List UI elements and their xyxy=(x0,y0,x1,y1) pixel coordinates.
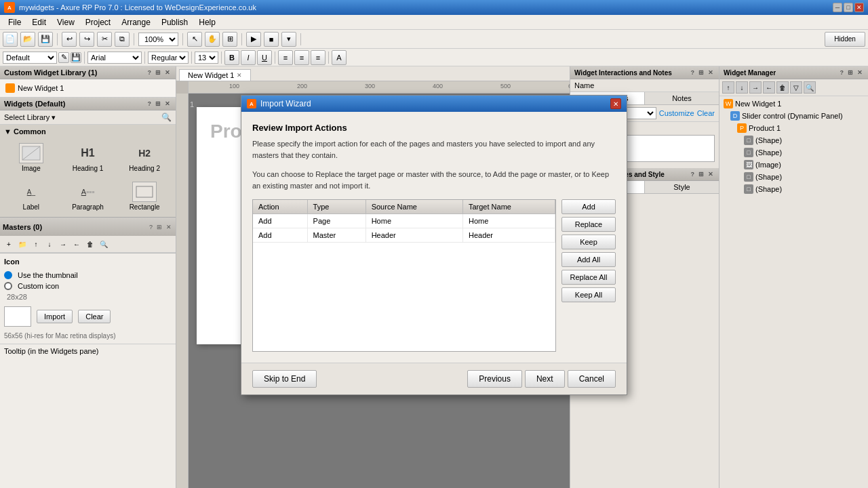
wm-item-image1[interactable]: 🖼 (Image) xyxy=(721,159,867,171)
menu-arrange[interactable]: Arrange xyxy=(116,16,156,28)
wp-help[interactable]: ? xyxy=(690,170,696,178)
redo-button[interactable]: ↪ xyxy=(79,32,94,47)
clear-link[interactable]: Clear xyxy=(697,109,715,117)
widget-h1[interactable]: H1 Heading 1 xyxy=(61,140,115,176)
wl-close-btn[interactable]: ✕ xyxy=(163,68,172,77)
customize-link[interactable]: Customize xyxy=(659,109,694,117)
select-library-label[interactable]: Select Library ▾ xyxy=(4,113,159,122)
widget-rectangle[interactable]: Rectangle xyxy=(117,178,172,214)
bold-btn[interactable]: B xyxy=(224,50,239,65)
masters-delete-btn[interactable]: 🗑 xyxy=(84,238,96,250)
crop-tool[interactable]: ⊞ xyxy=(222,32,237,47)
table-row-1[interactable]: Add Page Home Home xyxy=(253,214,555,228)
clear-button[interactable]: Clear xyxy=(78,310,111,323)
tab-style[interactable]: Style xyxy=(645,181,719,193)
cut-button[interactable]: ✂ xyxy=(97,32,112,47)
minimize-button[interactable]: ─ xyxy=(833,3,842,12)
style-btn2[interactable]: 💾 xyxy=(71,52,81,63)
tab-new-widget-1[interactable]: New Widget 1 ✕ xyxy=(179,69,251,81)
wm-btn3[interactable]: → xyxy=(749,81,762,94)
keep-all-button[interactable]: Keep All xyxy=(561,287,616,302)
select-tool[interactable]: ↖ xyxy=(187,32,202,47)
masters-search-btn[interactable]: 🔍 xyxy=(98,238,110,250)
wm-item-shape2[interactable]: □ (Shape) xyxy=(721,146,867,159)
wm-btn2[interactable]: ↓ xyxy=(736,81,748,94)
replace-all-button[interactable]: Replace All xyxy=(561,270,616,285)
next-button[interactable]: Next xyxy=(525,370,565,388)
wm-item-shape4[interactable]: □ (Shape) xyxy=(721,183,867,195)
wm-item-shape1[interactable]: □ (Shape) xyxy=(721,134,867,146)
menu-publish[interactable]: Publish xyxy=(156,16,193,28)
wl-help-btn[interactable]: ? xyxy=(146,68,153,77)
wp-expand-btn[interactable]: ⊞ xyxy=(154,100,162,108)
close-button[interactable]: ✕ xyxy=(854,3,864,12)
align-right-btn[interactable]: ≡ xyxy=(311,50,326,65)
font-size-dropdown[interactable]: 13 xyxy=(195,52,218,64)
wl-expand-btn[interactable]: ⊞ xyxy=(154,68,162,77)
wm-expand[interactable]: ⊞ xyxy=(846,68,854,77)
hand-tool[interactable]: ✋ xyxy=(205,32,220,47)
font-style-dropdown[interactable]: Regular xyxy=(148,52,189,64)
masters-folder-btn[interactable]: 📁 xyxy=(16,238,28,250)
widget-label[interactable]: A_ Label xyxy=(4,178,58,214)
menu-edit[interactable]: Edit xyxy=(26,16,52,28)
wm-btn4[interactable]: ← xyxy=(763,81,775,94)
stop-button[interactable]: ■ xyxy=(264,32,279,47)
masters-right-btn[interactable]: → xyxy=(57,238,69,250)
hidden-toggle[interactable]: Hidden xyxy=(825,32,865,47)
wm-item-new-widget1[interactable]: W New Widget 1 xyxy=(721,98,867,110)
tab-close-btn[interactable]: ✕ xyxy=(237,72,242,79)
masters-up-btn[interactable]: ↑ xyxy=(30,238,42,250)
copy-button[interactable]: ⧉ xyxy=(115,32,130,47)
ip-close[interactable]: ✕ xyxy=(707,68,715,77)
add-button[interactable]: Add xyxy=(561,199,616,214)
menu-help[interactable]: Help xyxy=(193,16,221,28)
save-button[interactable]: 💾 xyxy=(38,32,53,47)
keep-button[interactable]: Keep xyxy=(561,235,616,249)
wm-help[interactable]: ? xyxy=(839,68,846,77)
masters-down-btn[interactable]: ↓ xyxy=(43,238,56,250)
align-left-btn[interactable]: ≡ xyxy=(278,50,293,65)
align-center-btn[interactable]: ≡ xyxy=(294,50,309,65)
skip-to-end-button[interactable]: Skip to End xyxy=(252,370,317,388)
masters-left-btn[interactable]: ← xyxy=(71,238,83,250)
undo-button[interactable]: ↩ xyxy=(62,32,77,47)
previous-button[interactable]: Previous xyxy=(467,370,522,388)
wm-btn5[interactable]: 🗑 xyxy=(776,81,789,94)
ip-expand[interactable]: ⊞ xyxy=(697,68,705,77)
italic-btn[interactable]: I xyxy=(241,50,256,65)
widget-image[interactable]: Image xyxy=(4,140,58,176)
wm-btn1[interactable]: ↑ xyxy=(722,81,734,94)
wm-filter-btn[interactable]: ▽ xyxy=(790,81,802,94)
preview-dropdown[interactable]: ▾ xyxy=(281,32,296,47)
wm-close[interactable]: ✕ xyxy=(856,68,864,77)
menu-project[interactable]: Project xyxy=(80,16,116,28)
maximize-button[interactable]: □ xyxy=(844,3,853,12)
use-thumbnail-radio[interactable] xyxy=(4,271,12,279)
style-dropdown[interactable]: Default xyxy=(3,52,57,64)
new-button[interactable]: 📄 xyxy=(3,32,18,47)
common-header[interactable]: ▼ Common xyxy=(4,127,172,136)
wp-help-btn[interactable]: ? xyxy=(146,100,153,108)
replace-button[interactable]: Replace xyxy=(561,217,616,232)
style-btn1[interactable]: ✎ xyxy=(58,52,69,63)
import-button[interactable]: Import xyxy=(37,310,73,323)
masters-close[interactable]: ✕ xyxy=(165,223,173,231)
font-color-btn[interactable]: A xyxy=(332,50,347,65)
menu-file[interactable]: File xyxy=(3,16,26,28)
cancel-button[interactable]: Cancel xyxy=(568,370,616,388)
add-all-button[interactable]: Add All xyxy=(561,252,616,267)
table-row-2[interactable]: Add Master Header Header xyxy=(253,228,555,243)
masters-add-btn[interactable]: + xyxy=(3,238,15,250)
search-icon[interactable]: 🔍 xyxy=(161,113,172,122)
wm-search-btn[interactable]: 🔍 xyxy=(804,81,816,94)
tab-notes[interactable]: Notes xyxy=(645,92,719,104)
wm-item-product1[interactable]: P Product 1 xyxy=(721,122,867,134)
masters-expand[interactable]: ⊞ xyxy=(155,223,163,231)
custom-icon-radio[interactable] xyxy=(4,282,12,290)
wm-item-shape3[interactable]: □ (Shape) xyxy=(721,171,867,183)
zoom-dropdown[interactable]: 100% xyxy=(138,33,178,46)
ip-help[interactable]: ? xyxy=(690,68,696,77)
widget-h2[interactable]: H2 Heading 2 xyxy=(117,140,172,176)
wm-item-slider[interactable]: D Slider control (Dynamic Panel) xyxy=(721,110,867,122)
